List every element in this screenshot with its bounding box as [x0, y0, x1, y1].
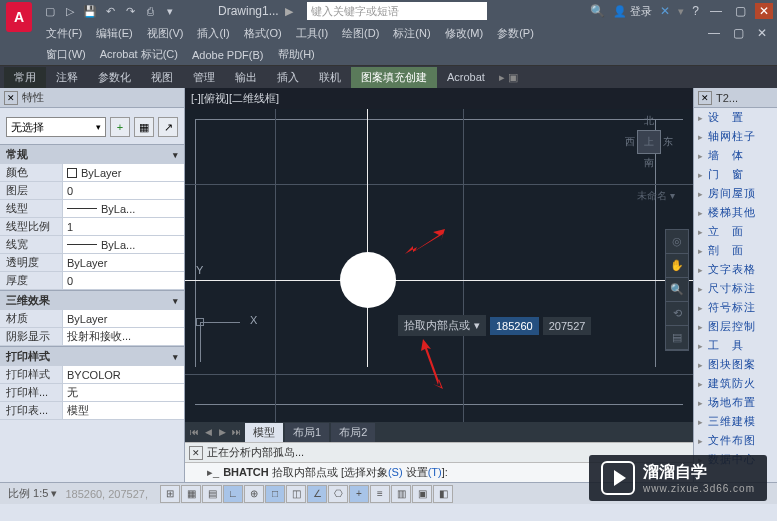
prop-table-value[interactable]: 模型 [62, 402, 184, 419]
select-objects-icon[interactable]: ▦ [134, 117, 154, 137]
prop-lineweight-value[interactable]: ByLa... [62, 236, 184, 253]
coord-y-input[interactable]: 207527 [543, 317, 592, 335]
menu-tools[interactable]: 工具(I) [296, 26, 328, 41]
menu-help[interactable]: 帮助(H) [278, 47, 315, 62]
right-panel-item[interactable]: 设 置 [694, 108, 777, 127]
prop-material-value[interactable]: ByLayer [62, 310, 184, 327]
right-panel-item[interactable]: 房间屋顶 [694, 184, 777, 203]
model-tab[interactable]: 模型 [245, 423, 283, 442]
qat-undo-icon[interactable]: ↶ [102, 3, 118, 19]
help-icon[interactable]: ? [692, 4, 699, 18]
minimize-button[interactable]: — [707, 3, 725, 19]
dropdown-icon[interactable]: ▾ [474, 319, 480, 332]
right-panel-item[interactable]: 尺寸标注 [694, 279, 777, 298]
drawing-canvas[interactable]: 拾取内部点或▾ 185260 207527 X Y 北 西 上 东 南 [185, 109, 693, 422]
view-unnamed-label[interactable]: 未命名 ▾ [637, 189, 675, 203]
status-ducs-icon[interactable]: ⎔ [328, 485, 348, 503]
prop-linetype-value[interactable]: ByLa... [62, 200, 184, 217]
right-panel-item[interactable]: 立 面 [694, 222, 777, 241]
maximize-button[interactable]: ▢ [731, 3, 749, 19]
exchange-icon[interactable]: ✕ [660, 4, 670, 18]
status-tpy-icon[interactable]: ▥ [391, 485, 411, 503]
coord-x-input[interactable]: 185260 [490, 317, 539, 335]
layout2-tab[interactable]: 布局2 [331, 423, 375, 442]
status-scale[interactable]: 比例 1:5 ▾ [4, 486, 61, 501]
nav-showmo-icon[interactable]: ▤ [666, 326, 688, 350]
qat-open-icon[interactable]: ▷ [62, 3, 78, 19]
menu-file[interactable]: 文件(F) [46, 26, 82, 41]
status-grid-icon[interactable]: ▤ [202, 485, 222, 503]
right-panel-item[interactable]: 三维建模 [694, 412, 777, 431]
right-panel-item[interactable]: 文字表格 [694, 260, 777, 279]
status-sc-icon[interactable]: ◧ [433, 485, 453, 503]
cmdline-close-button[interactable]: ✕ [189, 446, 203, 460]
right-panel-item[interactable]: 墙 体 [694, 146, 777, 165]
status-3dosnap-icon[interactable]: ◫ [286, 485, 306, 503]
status-polar-icon[interactable]: ⊕ [244, 485, 264, 503]
login-button[interactable]: 👤登录 [613, 4, 652, 19]
right-panel-item[interactable]: 图块图案 [694, 355, 777, 374]
menu-edit[interactable]: 编辑(E) [96, 26, 133, 41]
ribbon-tab-output[interactable]: 输出 [225, 67, 267, 88]
quick-select-icon[interactable]: + [110, 117, 130, 137]
prop-ltscale-value[interactable]: 1 [62, 218, 184, 235]
cmdline-icon[interactable]: ▸_ [207, 466, 219, 479]
qat-new-icon[interactable]: ▢ [42, 3, 58, 19]
right-panel-item[interactable]: 剖 面 [694, 241, 777, 260]
qat-print-icon[interactable]: ⎙ [142, 3, 158, 19]
right-panel-item[interactable]: 工 具 [694, 336, 777, 355]
status-ortho-icon[interactable]: ∟ [223, 485, 243, 503]
viewport-label[interactable]: [-][俯视][二维线框] [185, 88, 693, 109]
tab-nav-prev-icon[interactable]: ◀ [201, 425, 215, 439]
ribbon-tab-view[interactable]: 视图 [141, 67, 183, 88]
section-3d-effects[interactable]: 三维效果 [0, 291, 184, 310]
menu-draw[interactable]: 绘图(D) [342, 26, 379, 41]
status-lwt-icon[interactable]: ≡ [370, 485, 390, 503]
tab-nav-first-icon[interactable]: ⏮ [187, 425, 201, 439]
ribbon-expand-icon[interactable]: ▸ ▣ [499, 71, 518, 84]
menu-insert[interactable]: 插入(I) [197, 26, 229, 41]
right-panel-item[interactable]: 建筑防火 [694, 374, 777, 393]
nav-wheel-icon[interactable]: ◎ [666, 230, 688, 254]
section-general[interactable]: 常规 [0, 145, 184, 164]
ribbon-tab-insert[interactable]: 插入 [267, 67, 309, 88]
ribbon-tab-common[interactable]: 常用 [4, 67, 46, 88]
prop-plotstyle-value[interactable]: BYCOLOR [62, 366, 184, 383]
ribbon-tab-manage[interactable]: 管理 [183, 67, 225, 88]
status-snap-icon[interactable]: ▦ [181, 485, 201, 503]
status-qp-icon[interactable]: ▣ [412, 485, 432, 503]
prop-transparency-value[interactable]: ByLayer [62, 254, 184, 271]
ribbon-tab-acrobat[interactable]: Acrobat [437, 68, 495, 86]
menu-format[interactable]: 格式(O) [244, 26, 282, 41]
menu-modify[interactable]: 修改(M) [445, 26, 484, 41]
menu-adobe-pdf[interactable]: Adobe PDF(B) [192, 49, 264, 61]
ucs-icon[interactable]: X Y [200, 322, 240, 362]
prop-thickness-value[interactable]: 0 [62, 272, 184, 289]
right-panel-item[interactable]: 轴网柱子 [694, 127, 777, 146]
menu-view[interactable]: 视图(V) [147, 26, 184, 41]
menu-acrobat-mark[interactable]: Acrobat 标记(C) [100, 47, 178, 62]
tab-nav-next-icon[interactable]: ▶ [215, 425, 229, 439]
status-otrack-icon[interactable]: ∠ [307, 485, 327, 503]
status-dyn-icon[interactable]: + [349, 485, 369, 503]
doc-minimize-button[interactable]: — [705, 25, 723, 41]
menu-param[interactable]: 参数(P) [497, 26, 534, 41]
doc-maximize-button[interactable]: ▢ [729, 25, 747, 41]
right-panel-item[interactable]: 楼梯其他 [694, 203, 777, 222]
close-button[interactable]: ✕ [755, 3, 773, 19]
right-panel-item[interactable]: 文件布图 [694, 431, 777, 450]
nav-pan-icon[interactable]: ✋ [666, 254, 688, 278]
right-panel-item[interactable]: 符号标注 [694, 298, 777, 317]
props-close-button[interactable]: ✕ [4, 91, 18, 105]
prop-shadow-value[interactable]: 投射和接收... [62, 328, 184, 345]
ribbon-tab-hatch[interactable]: 图案填充创建 [351, 67, 437, 88]
qat-save-icon[interactable]: 💾 [82, 3, 98, 19]
right-panel-item[interactable]: 场地布置 [694, 393, 777, 412]
ribbon-tab-annotate[interactable]: 注释 [46, 67, 88, 88]
nav-orbit-icon[interactable]: ⟲ [666, 302, 688, 326]
right-panel-item[interactable]: 图层控制 [694, 317, 777, 336]
status-osnap-icon[interactable]: □ [265, 485, 285, 503]
layout1-tab[interactable]: 布局1 [285, 423, 329, 442]
nav-zoom-icon[interactable]: 🔍 [666, 278, 688, 302]
cmdline-input[interactable]: BHATCH 拾取内部点或 [选择对象(S) 设置(T)]: [223, 465, 448, 480]
